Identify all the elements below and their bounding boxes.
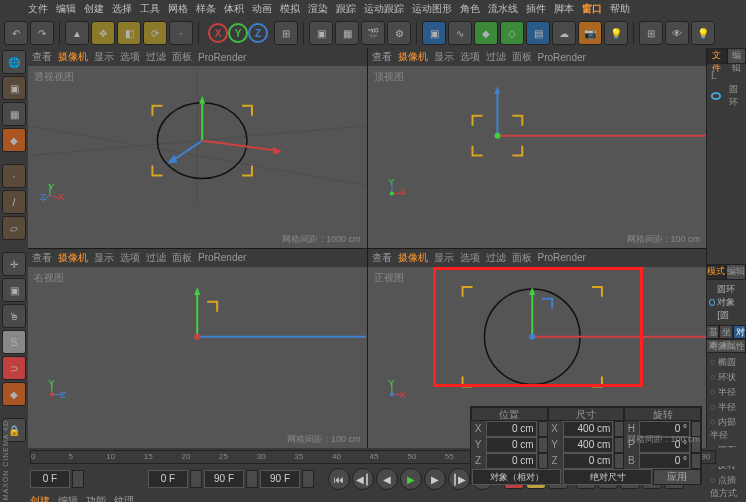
goto-start[interactable]: ⏮ — [328, 468, 350, 490]
subtab-coord[interactable]: 坐标 — [719, 325, 732, 339]
end-spin-b[interactable] — [302, 470, 314, 488]
ring-label[interactable]: 圆环 — [725, 83, 744, 109]
subtab-basic[interactable]: 基本 — [706, 325, 719, 339]
move-tool[interactable]: ✥ — [91, 21, 115, 45]
tab-edit2[interactable]: 编辑 — [726, 264, 746, 280]
menu-track[interactable]: 跟踪 — [336, 2, 356, 16]
menu-character[interactable]: 角色 — [460, 2, 480, 16]
attr-radius[interactable]: 半径 — [708, 385, 744, 400]
menu-plugins[interactable]: 插件 — [526, 2, 546, 16]
subtab-object[interactable]: 对 — [733, 325, 746, 339]
add-light[interactable]: 💡 — [604, 21, 628, 45]
menu-script[interactable]: 脚本 — [554, 2, 574, 16]
points-mode[interactable]: · — [2, 164, 26, 188]
tab-texture[interactable]: 纹理 — [114, 494, 134, 502]
snap-button[interactable]: S — [2, 330, 26, 354]
viewport-icon[interactable]: ▣ — [2, 278, 26, 302]
menu-help[interactable]: 帮助 — [610, 2, 630, 16]
edges-mode[interactable]: / — [2, 190, 26, 214]
tab-function[interactable]: 功能 — [86, 494, 106, 502]
start-frame[interactable]: 0 F — [30, 470, 70, 488]
menu-motiontrack[interactable]: 运动跟踪 — [364, 2, 404, 16]
menu-create[interactable]: 创建 — [84, 2, 104, 16]
menu-mesh[interactable]: 网格 — [168, 2, 188, 16]
add-generator2[interactable]: ◇ — [500, 21, 524, 45]
end-spin-a[interactable] — [246, 470, 258, 488]
attr-ellipse[interactable]: 椭圆 — [708, 355, 744, 370]
menu-edit[interactable]: 编辑 — [56, 2, 76, 16]
render-region[interactable]: ▦ — [335, 21, 359, 45]
current-frame[interactable]: 0 F — [148, 470, 188, 488]
attr-ring[interactable]: 环状 — [708, 370, 744, 385]
rot-b[interactable]: 0 ° — [639, 453, 690, 469]
attr-inner[interactable]: 内部半径 — [708, 415, 744, 443]
menu-spline[interactable]: 样条 — [196, 2, 216, 16]
workplane2[interactable]: ◆ — [2, 382, 26, 406]
tab-edit3[interactable]: 编辑 — [58, 494, 78, 502]
last-tool[interactable]: · — [169, 21, 193, 45]
size-y[interactable]: 400 cm — [563, 437, 614, 453]
texture-mode[interactable]: ▦ — [2, 102, 26, 126]
x-lock[interactable]: X — [208, 23, 228, 43]
attr-interp[interactable]: 点插值方式 — [708, 473, 744, 501]
model-mode[interactable]: 🌐 — [2, 50, 26, 74]
grid-snap[interactable]: ⊞ — [639, 21, 663, 45]
menu-tools[interactable]: 工具 — [140, 2, 160, 16]
scale-tool[interactable]: ◧ — [117, 21, 141, 45]
add-env[interactable]: ☁ — [552, 21, 576, 45]
vp-canvas-br[interactable]: Y X — [368, 267, 706, 406]
pos-x[interactable]: 0 cm — [486, 421, 537, 437]
vp-canvas-bl[interactable]: Y Z — [28, 267, 366, 406]
tab-mode[interactable]: 模式 — [706, 264, 726, 280]
magnet-icon[interactable]: ⊃ — [2, 356, 26, 380]
axis-mode[interactable]: ✛ — [2, 252, 26, 276]
vp-canvas-tr[interactable]: Y X — [368, 66, 706, 205]
tab-file[interactable]: 文件 — [707, 48, 727, 64]
redo-button[interactable]: ↷ — [30, 21, 54, 45]
add-deformer[interactable]: ▤ — [526, 21, 550, 45]
viewport-top[interactable]: 查看 摄像机 显示 选项 过滤 面板 ProRender 顶视图 Y X — [368, 48, 707, 248]
pos-z[interactable]: 0 cm — [486, 453, 537, 469]
select-tool[interactable]: ▲ — [65, 21, 89, 45]
rotate-tool[interactable]: ⟳ — [143, 21, 167, 45]
curr-spin[interactable] — [190, 470, 202, 488]
coord-mode-dd[interactable]: 对象（相对） — [472, 469, 561, 485]
size-x[interactable]: 400 cm — [563, 421, 614, 437]
pos-y[interactable]: 0 cm — [486, 437, 537, 453]
menu-sim[interactable]: 模拟 — [280, 2, 300, 16]
vp-canvas-tl[interactable]: Y X Z — [28, 66, 366, 205]
render-view[interactable]: ▣ — [309, 21, 333, 45]
prev-key[interactable]: ◀┃ — [352, 468, 374, 490]
menu-render[interactable]: 渲染 — [308, 2, 328, 16]
end-frame-b[interactable]: 90 F — [260, 470, 300, 488]
size-mode-dd[interactable]: 绝对尺寸 — [563, 469, 652, 485]
apply-button[interactable]: 应用 — [653, 469, 701, 485]
tab-edit[interactable]: 编辑 — [727, 48, 747, 64]
add-spline[interactable]: ∿ — [448, 21, 472, 45]
workplane[interactable]: ◆ — [2, 128, 26, 152]
undo-button[interactable]: ↶ — [4, 21, 28, 45]
next-frame[interactable]: ▶ — [424, 468, 446, 490]
add-camera[interactable]: 📷 — [578, 21, 602, 45]
prev-frame[interactable]: ◀ — [376, 468, 398, 490]
menu-select[interactable]: 选择 — [112, 2, 132, 16]
menu-mograph[interactable]: 运动图形 — [412, 2, 452, 16]
ring-icon[interactable] — [711, 92, 721, 100]
menu-pipeline[interactable]: 流水线 — [488, 2, 518, 16]
viewport-right[interactable]: 查看 摄像机 显示 选项 过滤 面板 ProRender 右视图 Y Z — [28, 249, 367, 449]
y-lock[interactable]: Y — [228, 23, 248, 43]
mouse-icon[interactable]: 🖱 — [2, 304, 26, 328]
end-frame-a[interactable]: 90 F — [204, 470, 244, 488]
menu-file[interactable]: 文件 — [28, 2, 48, 16]
play-button[interactable]: ▶ — [400, 468, 422, 490]
light-icon2[interactable]: 💡 — [691, 21, 715, 45]
menu-window[interactable]: 窗口 — [582, 2, 602, 16]
poly-mode[interactable]: ▱ — [2, 216, 26, 240]
z-lock[interactable]: Z — [248, 23, 268, 43]
add-generator[interactable]: ◆ — [474, 21, 498, 45]
menu-volume[interactable]: 体积 — [224, 2, 244, 16]
next-key[interactable]: ┃▶ — [448, 468, 470, 490]
attr-radius2[interactable]: 半径 — [708, 400, 744, 415]
size-z[interactable]: 0 cm — [563, 453, 614, 469]
coord-system[interactable]: ⊞ — [274, 21, 298, 45]
